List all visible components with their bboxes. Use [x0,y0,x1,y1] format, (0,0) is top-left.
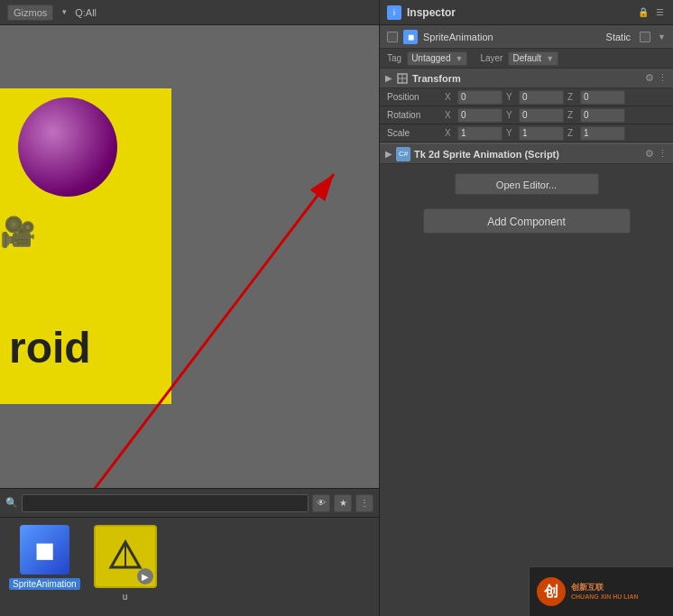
camera-icon: 🎥 [0,215,36,249]
inspector-panel: i Inspector 🔒 ☰ ◼ SpriteAnimation Static… [379,0,673,616]
script-settings-icon[interactable]: ⚙ [645,148,654,160]
sy-axis-label: Y [506,128,515,138]
menu-icon[interactable]: ☰ [653,6,666,19]
script-more-icon[interactable]: ⋮ [658,148,668,160]
y-axis-label: Y [506,92,515,102]
script-title: Tk 2d Sprite Animation (Script) [414,149,641,160]
position-label: Position [387,92,441,102]
script-arrow: ▶ [385,149,392,159]
scene-content: roid 🎥 [0,25,379,488]
object-icon: ◼ [403,30,418,44]
position-row: Position X Y Z [380,88,673,106]
asset-area: ◼ SpriteAnimation ▶ u [0,517,379,616]
position-x-input[interactable] [457,90,502,105]
static-dropdown-arrow[interactable]: ▼ [658,32,666,41]
transform-settings-icon[interactable]: ⚙ [645,72,654,84]
scene-toolbar: Gizmos ▼ Q:All [0,0,379,25]
grid-icon[interactable]: ⋮ [355,494,373,512]
ry-axis-label: Y [506,110,515,120]
watermark-logo: 创 [537,577,566,606]
rx-axis-label: X [445,110,454,120]
rotation-row: Rotation X Y Z [380,106,673,124]
android-text: roid [9,323,91,372]
static-checkbox[interactable] [640,32,650,42]
inspector-header: i Inspector 🔒 ☰ [380,0,673,25]
scale-row: Scale X Y Z [380,124,673,143]
z-axis-label: Z [567,92,576,102]
eye-icon[interactable]: 👁 [312,494,330,512]
transform-title: Transform [412,73,641,84]
tag-layer-row: Tag Untagged ▼ Layer Default ▼ [380,49,673,69]
rz-axis-label: Z [567,110,576,120]
sprite-asset-icon: ◼ [20,525,69,575]
tag-dropdown-arrow: ▼ [456,54,464,63]
add-component-button[interactable]: Add Component [423,208,631,234]
rotation-label: Rotation [387,110,441,120]
static-label: Static [606,32,632,42]
transform-arrow: ▶ [385,73,392,83]
transform-section-header[interactable]: ▶ Transform ⚙ ⋮ [380,69,673,88]
gizmos-arrow: ▼ [60,8,68,16]
scene-view: roid 🎥 [0,25,379,488]
scene-search-input[interactable] [22,494,309,512]
tag-label-text: Tag [387,53,401,63]
scale-x-input[interactable] [457,126,502,141]
open-editor-button[interactable]: Open Editor... [455,173,599,195]
object-checkbox[interactable] [387,32,398,42]
rotation-fields: X Y Z [445,108,666,123]
object-row: ◼ SpriteAnimation Static ▼ [380,25,673,49]
position-z-input[interactable] [580,90,625,105]
script-section-header[interactable]: ▶ C# Tk 2d Sprite Animation (Script) ⚙ ⋮ [380,143,673,164]
inspector-title: Inspector [407,6,456,19]
scale-y-input[interactable] [519,126,564,141]
watermark-text: 创新互联 CHUANG XIN HU LIAN [571,582,639,602]
unity-asset-icon: ▶ [94,525,157,588]
scale-label: Scale [387,128,441,138]
purple-ball [18,97,117,197]
x-axis-label: X [445,92,454,102]
scene-bottom-toolbar: 🔍 👁 ★ ⋮ [0,488,379,517]
rotation-y-input[interactable] [519,108,564,123]
layer-dropdown[interactable]: Default ▼ [508,51,558,66]
unity-asset-label: u [123,592,128,602]
sx-axis-label: X [445,128,454,138]
watermark: 创 创新互联 CHUANG XIN HU LIAN [529,566,673,616]
transform-icon [396,72,409,85]
scene-panel: Gizmos ▼ Q:All roid 🎥 [0,0,379,616]
scale-fields: X Y Z [445,126,666,141]
search-all-label: Q:All [75,7,97,18]
position-y-input[interactable] [519,90,564,105]
layer-label-text: Layer [480,53,502,63]
play-icon: ▶ [137,568,153,584]
inspector-icon: i [387,5,401,20]
sz-axis-label: Z [567,128,576,138]
gizmos-button[interactable]: Gizmos [7,5,53,21]
sprite-asset-label: SpriteAnimation [9,578,80,590]
transform-more-icon[interactable]: ⋮ [658,72,668,84]
rotation-z-input[interactable] [580,108,625,123]
star-icon[interactable]: ★ [334,494,352,512]
asset-tile-sprite[interactable]: ◼ SpriteAnimation [9,525,80,590]
rotation-x-input[interactable] [457,108,502,123]
asset-tile-unity[interactable]: ▶ u [94,525,157,602]
inspector-content: ◼ SpriteAnimation Static ▼ Tag Untagged … [380,25,673,616]
lock-icon[interactable]: 🔒 [637,6,650,19]
script-icon: C# [396,147,410,161]
search-icon: 🔍 [5,497,18,509]
position-fields: X Y Z [445,90,666,105]
inspector-header-icons: 🔒 ☰ [637,6,666,19]
scale-z-input[interactable] [580,126,625,141]
object-name: SpriteAnimation [423,32,601,42]
tag-dropdown[interactable]: Untagged ▼ [407,51,467,66]
layer-dropdown-arrow: ▼ [546,54,554,63]
